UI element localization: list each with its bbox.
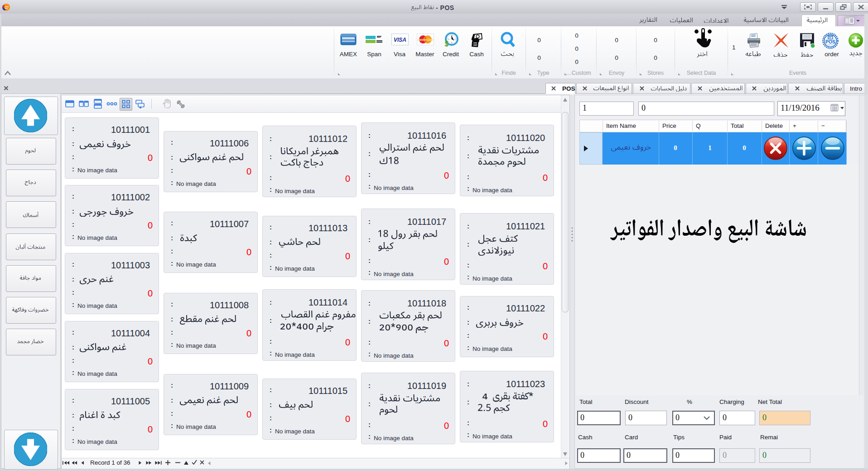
svg-text:POS: POS [825, 39, 835, 44]
svg-text:12: 12 [451, 34, 453, 37]
svg-text:MasterCard: MasterCard [417, 38, 434, 41]
svg-text:$: $ [445, 40, 448, 48]
svg-text:VISA: VISA [394, 37, 406, 43]
